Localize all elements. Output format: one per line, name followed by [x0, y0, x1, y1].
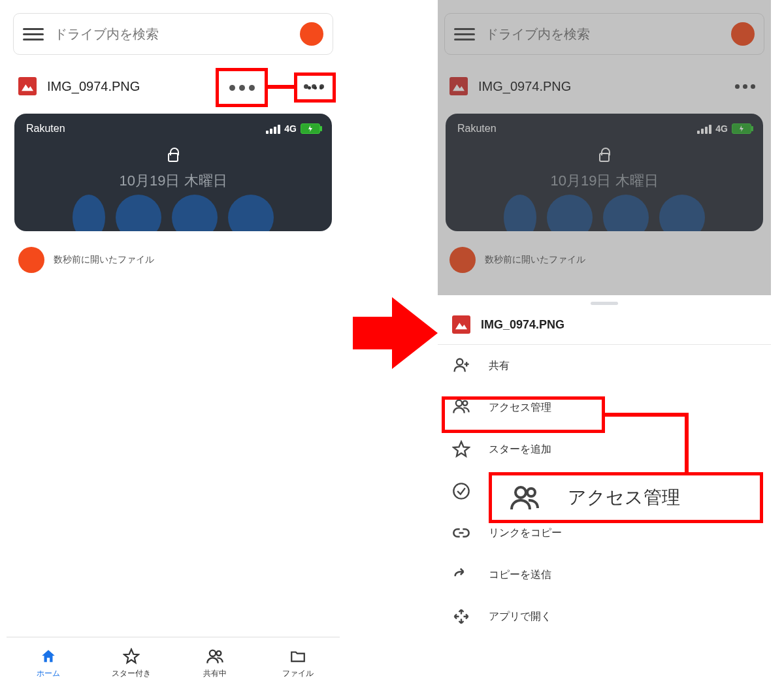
status-right: 4G: [697, 123, 751, 135]
lock-icon: [599, 153, 610, 162]
open-with-icon: [452, 607, 470, 626]
lock-icon: [168, 153, 178, 162]
link-icon: [452, 524, 470, 542]
svg-point-7: [527, 489, 535, 496]
menu-item-star[interactable]: スターを追加: [438, 428, 771, 470]
recent-label: 数秒前に開いたファイル: [54, 254, 154, 266]
svg-point-6: [515, 487, 526, 498]
menu-item-share[interactable]: 共有: [438, 345, 771, 387]
nav-shared-label: 共有中: [203, 668, 227, 679]
menu-label: リンクをコピー: [489, 526, 562, 540]
menu-label: スターを追加: [489, 443, 551, 457]
arrow-right-icon: [353, 294, 438, 372]
screen-after: ドライブ内を検索 IMG_0974.PNG Rakuten 4G 10月19日 …: [438, 0, 771, 689]
screen-before: ドライブ内を検索 IMG_0974.PNG Rakuten 4G 10月19日 …: [7, 0, 340, 689]
battery-icon: [301, 123, 320, 134]
svg-point-0: [210, 650, 216, 656]
search-placeholder: ドライブ内を検索: [54, 25, 300, 43]
callout-label: アクセス管理: [568, 485, 680, 510]
file-name: IMG_0974.PNG: [47, 79, 300, 94]
sheet-title: IMG_0974.PNG: [481, 318, 757, 332]
signal-icon: [266, 123, 280, 134]
nav-starred-label: スター付き: [112, 668, 151, 679]
recent-row: 数秒前に開いたファイル: [7, 231, 340, 289]
menu-label: 共有: [489, 359, 510, 373]
nav-shared[interactable]: 共有中: [173, 637, 257, 689]
hamburger-icon[interactable]: [454, 24, 475, 44]
nav-starred[interactable]: スター付き: [90, 637, 174, 689]
svg-point-2: [457, 359, 463, 365]
menu-item-access[interactable]: アクセス管理: [438, 387, 771, 428]
image-file-icon: [18, 77, 37, 95]
callout-access: アクセス管理: [489, 472, 763, 523]
svg-point-4: [463, 401, 467, 406]
menu-label: アクセス管理: [489, 401, 551, 415]
file-header-row: IMG_0974.PNG: [7, 61, 340, 102]
network-label: 4G: [284, 123, 297, 134]
bottom-nav: ホーム スター付き 共有中 ファイル: [7, 637, 340, 689]
sheet-header: IMG_0974.PNG: [438, 305, 771, 345]
more-button[interactable]: [731, 80, 759, 93]
preview-date: 10月19日 木曜日: [14, 171, 332, 191]
search-bar[interactable]: ドライブ内を検索: [13, 13, 333, 55]
menu-item-sendcopy[interactable]: コピーを送信: [438, 554, 771, 596]
people-icon: [508, 485, 542, 511]
menu-label: アプリで開く: [489, 610, 551, 624]
svg-point-1: [216, 651, 221, 656]
search-bar[interactable]: ドライブ内を検索: [444, 13, 764, 55]
file-name: IMG_0974.PNG: [478, 79, 731, 94]
network-label: 4G: [715, 123, 728, 134]
nav-files-label: ファイル: [282, 668, 314, 679]
carrier-label: Rakuten: [26, 123, 65, 135]
recent-row: 数秒前に開いたファイル: [438, 231, 771, 289]
nav-home[interactable]: ホーム: [7, 637, 90, 689]
hamburger-icon[interactable]: [23, 24, 44, 44]
more-button[interactable]: [300, 80, 328, 93]
home-icon: [39, 647, 57, 665]
status-right: 4G: [266, 123, 320, 135]
file-preview[interactable]: Rakuten 4G 10月19日 木曜日: [14, 114, 332, 231]
avatar[interactable]: [300, 22, 323, 46]
clock-digits: [446, 195, 763, 231]
svg-point-3: [456, 400, 462, 406]
recent-label: 数秒前に開いたファイル: [485, 254, 585, 266]
search-placeholder: ドライブ内を検索: [485, 25, 731, 43]
star-icon: [122, 647, 140, 665]
svg-point-5: [453, 483, 468, 498]
carrier-label: Rakuten: [457, 123, 497, 135]
folder-icon: [289, 647, 307, 665]
clock-digits: [14, 195, 332, 231]
people-icon: [206, 647, 224, 665]
menu-label: コピーを送信: [489, 568, 551, 582]
avatar[interactable]: [731, 22, 755, 46]
preview-date: 10月19日 木曜日: [446, 171, 763, 191]
person-add-icon: [452, 357, 470, 375]
recent-avatar: [18, 247, 44, 273]
image-file-icon: [449, 77, 468, 95]
arrow-forward-icon: [452, 566, 470, 584]
recent-avatar: [449, 247, 476, 273]
battery-icon: [732, 123, 751, 134]
star-icon: [452, 440, 470, 458]
file-header-row: IMG_0974.PNG: [438, 61, 771, 102]
signal-icon: [697, 123, 711, 134]
menu-item-openwith[interactable]: アプリで開く: [438, 596, 771, 637]
file-preview[interactable]: Rakuten 4G 10月19日 木曜日: [446, 114, 763, 231]
image-file-icon: [452, 315, 470, 334]
nav-files[interactable]: ファイル: [257, 637, 340, 689]
nav-home-label: ホーム: [37, 668, 60, 679]
people-icon: [452, 398, 470, 417]
check-circle-icon: [452, 482, 470, 500]
